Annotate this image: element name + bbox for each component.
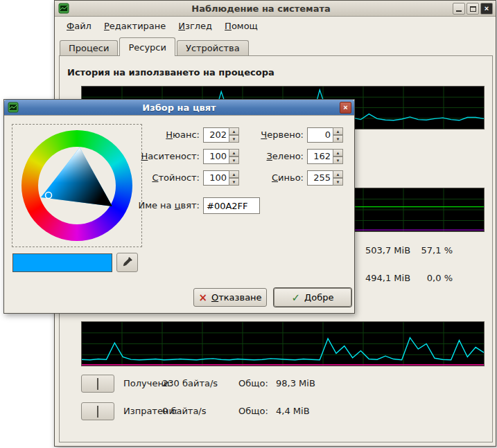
received-total: 98,3 MiB bbox=[276, 375, 315, 393]
saturation-up-button[interactable]: ▲ bbox=[229, 149, 239, 156]
color-name-label: Име на цвят: bbox=[136, 198, 200, 213]
eyedropper-icon bbox=[122, 256, 133, 267]
sent-color-button[interactable] bbox=[81, 402, 114, 420]
blue-value[interactable]: 255 bbox=[307, 170, 333, 186]
dialog-title: Избор на цвят bbox=[19, 102, 340, 113]
blue-down-button[interactable]: ▼ bbox=[333, 178, 343, 186]
saturation-down-button[interactable]: ▼ bbox=[229, 156, 239, 164]
dialog-titlebar[interactable]: Избор на цвят × bbox=[4, 100, 354, 116]
value-label: Стойност: bbox=[129, 170, 200, 186]
system-monitor-icon bbox=[58, 3, 69, 14]
main-titlebar[interactable]: Наблюдение на системата × bbox=[55, 1, 496, 17]
swap-percent: 0,0 % bbox=[406, 273, 453, 283]
cancel-button[interactable]: × Отказване bbox=[193, 288, 267, 307]
hue-down-button[interactable]: ▼ bbox=[229, 135, 239, 143]
dialog-close-button[interactable]: × bbox=[340, 102, 351, 114]
saturation-spinner: 100 ▲▼ bbox=[203, 149, 239, 164]
tab-resources[interactable]: Ресурси bbox=[119, 37, 175, 56]
sent-color-swatch bbox=[97, 406, 98, 418]
cancel-x-icon: × bbox=[198, 292, 207, 304]
red-spinner: 0 ▲▼ bbox=[307, 127, 343, 143]
memory-percent: 57,1 % bbox=[406, 245, 453, 256]
menu-help[interactable]: Помощ bbox=[218, 19, 264, 33]
green-up-button[interactable]: ▲ bbox=[333, 149, 343, 156]
green-value[interactable]: 162 bbox=[307, 149, 333, 164]
cpu-history-heading: История на използването на процесора bbox=[67, 67, 274, 78]
maximize-button[interactable] bbox=[467, 3, 479, 15]
swap-amount: 494,1 MiB bbox=[365, 273, 410, 283]
color-name-input[interactable] bbox=[203, 197, 260, 214]
hsv-triangle[interactable] bbox=[21, 130, 132, 241]
hue-up-button[interactable]: ▲ bbox=[229, 127, 239, 135]
value-spinner: 100 ▲▼ bbox=[203, 170, 239, 186]
received-rate: 230 байта/s bbox=[162, 375, 218, 393]
tab-strip: Процеси Ресурси Устройства bbox=[60, 37, 250, 56]
eyedropper-button[interactable] bbox=[116, 253, 138, 272]
red-value[interactable]: 0 bbox=[307, 127, 333, 143]
color-preview-swatch[interactable] bbox=[12, 253, 112, 272]
maximize-icon bbox=[470, 6, 476, 12]
received-color-button[interactable] bbox=[81, 375, 114, 393]
menu-file[interactable]: Файл bbox=[60, 19, 98, 33]
red-label: Червено: bbox=[247, 127, 304, 143]
red-up-button[interactable]: ▲ bbox=[333, 127, 343, 135]
received-color-swatch bbox=[97, 378, 98, 390]
value-value[interactable]: 100 bbox=[203, 170, 229, 186]
memory-amount: 503,7 MiB bbox=[365, 245, 410, 256]
green-label: Зелено: bbox=[247, 149, 304, 164]
red-down-button[interactable]: ▼ bbox=[333, 135, 343, 143]
menubar: Файл Редактиране Изглед Помощ bbox=[55, 17, 496, 34]
ok-button[interactable]: ✓ Добре bbox=[274, 288, 351, 307]
green-spinner: 162 ▲▼ bbox=[307, 149, 343, 164]
saturation-value[interactable]: 100 bbox=[203, 149, 229, 164]
hue-label: Нюанс: bbox=[129, 127, 200, 143]
close-button[interactable]: × bbox=[480, 3, 493, 15]
minimize-icon bbox=[456, 10, 462, 12]
sent-total: 4,4 MiB bbox=[276, 402, 310, 420]
menu-edit[interactable]: Редактиране bbox=[98, 19, 172, 33]
color-wheel-area bbox=[12, 124, 142, 247]
hue-spinner: 202 ▲▼ bbox=[203, 127, 239, 143]
received-total-label: Общо: bbox=[238, 375, 268, 393]
sent-rate: 0 байта/s bbox=[162, 402, 207, 420]
hue-value[interactable]: 202 bbox=[203, 127, 229, 143]
tab-devices[interactable]: Устройства bbox=[177, 40, 249, 55]
saturation-label: Наситеност: bbox=[129, 149, 200, 164]
sent-total-label: Общо: bbox=[238, 402, 268, 420]
menu-view[interactable]: Изглед bbox=[172, 19, 218, 33]
color-picker-dialog: Избор на цвят × bbox=[3, 99, 355, 314]
blue-up-button[interactable]: ▲ bbox=[333, 170, 343, 178]
desktop: Наблюдение на системата × Файл Редактира… bbox=[0, 0, 497, 448]
value-down-button[interactable]: ▼ bbox=[229, 178, 239, 186]
blue-spinner: 255 ▲▼ bbox=[307, 170, 343, 186]
ok-check-icon: ✓ bbox=[292, 292, 301, 304]
green-down-button[interactable]: ▼ bbox=[333, 156, 343, 164]
blue-label: Синьо: bbox=[247, 170, 304, 186]
minimize-button[interactable] bbox=[453, 3, 465, 15]
dialog-icon bbox=[8, 102, 19, 113]
network-history-chart bbox=[81, 321, 485, 366]
value-up-button[interactable]: ▲ bbox=[229, 170, 239, 178]
tab-processes[interactable]: Процеси bbox=[60, 40, 118, 55]
main-window-title: Наблюдение на системата bbox=[69, 3, 453, 14]
